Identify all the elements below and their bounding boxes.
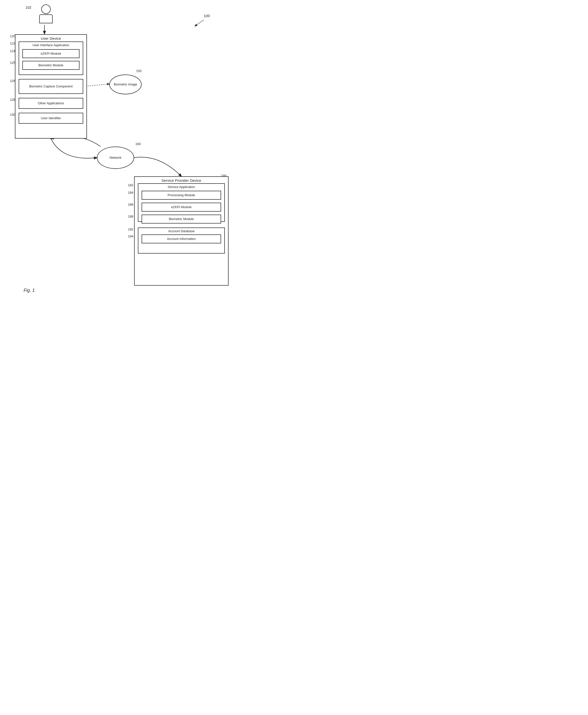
ezkpi-module-service-box: eZKPI Module [142, 203, 221, 212]
biometric-module-service-label: Biometric Module [169, 217, 194, 221]
ui-app-title: User Interface Application [19, 42, 83, 48]
biometric-module-service-box: Biometric Module [142, 215, 221, 223]
network-label: Network [109, 156, 122, 160]
processing-module-box: Processing Module [142, 191, 221, 200]
other-apps-box: Other Applications [19, 98, 83, 109]
label-126: 126 [10, 79, 15, 83]
person-icon [39, 4, 52, 23]
label-122: 122 [10, 42, 15, 45]
biometric-capture-label: Biometric Capture Component [29, 84, 73, 89]
label-194: 194 [128, 235, 133, 238]
account-info-box: Account Information [142, 235, 221, 243]
label-180: 180 [221, 174, 227, 178]
figure-100-label: 100 [204, 14, 210, 18]
label-188: 188 [128, 215, 133, 218]
label-186: 186 [128, 203, 133, 207]
service-provider-title: Service Provider Device [135, 177, 228, 183]
biometric-image-label: Biometric Image [114, 83, 137, 87]
svg-line-4 [195, 20, 204, 26]
user-device-title: User Device [15, 35, 86, 42]
ezkpi-module-user-label: eZKPI Module [41, 52, 61, 56]
biometric-image-oval: Biometric Image [109, 74, 142, 94]
ezkpi-module-service-label: eZKPI Module [171, 205, 191, 209]
account-db-title: Account Database [139, 228, 224, 234]
biometric-module-user-box: Biometric Module [22, 61, 80, 70]
label-124: 124 [10, 49, 15, 53]
user-id-label: User Identifier [41, 116, 61, 121]
network-oval: Network [97, 147, 134, 169]
label-130: 130 [10, 113, 15, 116]
label-150: 150 [136, 69, 142, 73]
label-182: 182 [128, 183, 133, 187]
user-id-box: User Identifier [19, 113, 83, 124]
label-102: 102 [26, 5, 31, 9]
diagram-container: 100 102 User Device 120 User Interface A… [0, 0, 248, 303]
processing-module-label: Processing Module [168, 193, 195, 197]
label-125: 125 [10, 61, 15, 65]
person-head [41, 4, 51, 14]
label-120: 120 [10, 34, 15, 38]
biometric-capture-box: Biometric Capture Component [19, 79, 83, 94]
service-app-title: Service Application [139, 184, 224, 190]
biometric-module-user-label: Biometric Module [39, 63, 63, 68]
figure-label: Fig. 1 [24, 288, 35, 293]
label-184: 184 [128, 191, 133, 194]
label-128: 128 [10, 98, 15, 102]
svg-line-3 [83, 84, 109, 86]
ui-app-box: User Interface Application [19, 42, 83, 75]
label-192: 192 [128, 228, 133, 231]
other-apps-label: Other Applications [38, 101, 64, 106]
ezkpi-module-user-box: eZKPI Module [22, 49, 80, 58]
account-info-label: Account Information [167, 237, 196, 241]
person-body [39, 15, 52, 23]
label-160: 160 [135, 142, 141, 146]
